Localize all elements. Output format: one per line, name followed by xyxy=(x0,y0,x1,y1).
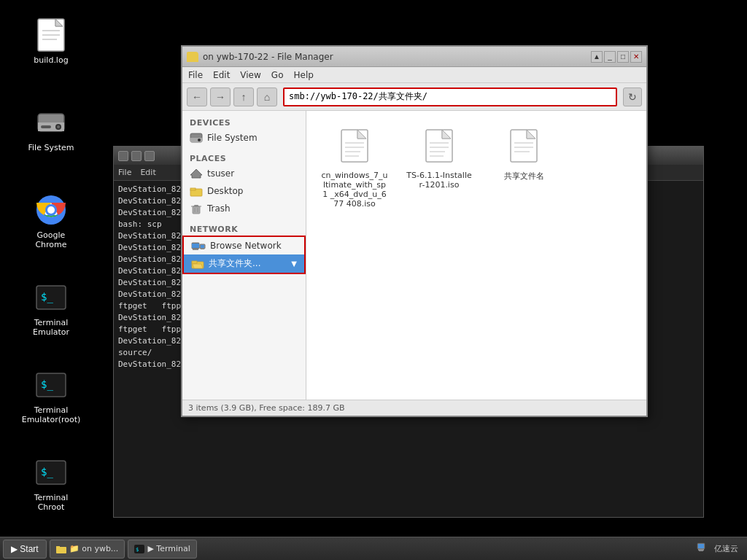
fm-address-bar[interactable]: smb://ywb-170-22/共享文件夹/ xyxy=(283,88,617,106)
fm-menubar: File Edit View Go Help xyxy=(182,67,646,83)
sidebar-item-smb-share[interactable]: 共享文件夹... ▼ xyxy=(184,254,304,273)
fm-close-btn[interactable]: ✕ xyxy=(630,51,642,63)
trash-icon xyxy=(190,203,203,214)
svg-text:$_: $_ xyxy=(41,466,53,478)
fm-file-item-3[interactable]: 共享文件名 xyxy=(487,122,560,211)
taskbar-tray: 亿速云 xyxy=(691,542,744,555)
svg-rect-33 xyxy=(192,244,199,248)
svg-rect-64 xyxy=(698,544,704,548)
fm-content: cn_windows_7_u ltimate_with_sp1 _x64_dvd… xyxy=(306,111,646,400)
fm-sidebar: DEVICES File System PLACES xyxy=(182,111,306,400)
harddrive-icon xyxy=(34,105,69,140)
fm-statusbar: 3 items (3.9 GB), Free space: 189.7 GB xyxy=(182,400,646,416)
fm-file-icon-2 xyxy=(422,125,457,166)
svg-rect-52 xyxy=(511,130,537,162)
fm-menu-view[interactable]: View xyxy=(240,70,260,80)
fm-back-btn[interactable]: ← xyxy=(187,88,207,106)
chrome-icon xyxy=(34,192,69,228)
terminal-icon: $_ xyxy=(34,280,69,315)
desktop-icon-terminal-chroot[interactable]: $_ Terminal Chroot xyxy=(22,452,80,515)
svg-rect-63 xyxy=(699,551,703,551)
terminal-bg-menu-edit[interactable]: Edit xyxy=(140,168,155,177)
taskbar-item-fm-label: 📁 on ywb... xyxy=(69,544,119,553)
fm-refresh-btn[interactable]: ↻ xyxy=(623,88,642,106)
harddrive-sm-icon xyxy=(190,132,203,144)
sidebar-item-filesystem[interactable]: File System xyxy=(182,129,306,147)
svg-text:$_: $_ xyxy=(41,291,53,303)
sidebar-item-desktop-label: Desktop xyxy=(207,186,244,196)
fm-file-icon-1 xyxy=(337,125,372,166)
svg-text:$_: $_ xyxy=(41,378,53,391)
taskbar-item-fm[interactable]: 📁 on ywb... xyxy=(50,540,125,559)
sidebar-item-tsuser[interactable]: tsuser xyxy=(182,165,306,182)
terminal-bg-close-btn[interactable] xyxy=(118,151,128,161)
svg-marker-39 xyxy=(193,264,203,268)
fm-sidebar-places-section: PLACES tsuser Desktop xyxy=(182,152,306,217)
svg-point-8 xyxy=(57,125,60,128)
taskbar-start-btn[interactable]: ▶ Start xyxy=(3,540,47,559)
svg-rect-35 xyxy=(201,249,204,249)
taskbar-folder-icon xyxy=(56,545,66,553)
terminal-bg-max-btn[interactable] xyxy=(144,151,155,161)
svg-rect-9 xyxy=(41,125,51,128)
sidebar-item-filesystem-label: File System xyxy=(207,133,258,143)
terminal-bg-min-btn[interactable] xyxy=(131,151,142,161)
fm-body: DEVICES File System PLACES xyxy=(182,111,646,400)
fm-up-dir-btn[interactable]: ↑ xyxy=(233,88,254,106)
fm-maximize-btn[interactable]: □ xyxy=(617,51,629,63)
svg-rect-26 xyxy=(193,206,200,214)
network-icon xyxy=(191,240,206,252)
fm-file-item-1[interactable]: cn_windows_7_u ltimate_with_sp1 _x64_dvd… xyxy=(318,122,391,211)
fm-sidebar-devices-header: DEVICES xyxy=(182,117,306,129)
fm-titlebar: on ywb-170-22 - File Manager ▲ _ □ ✕ xyxy=(182,47,646,67)
fm-file-item-2[interactable]: TS-6.1.1-Installer-1201.iso xyxy=(403,122,476,211)
sidebar-item-trash[interactable]: Trash xyxy=(182,200,306,217)
fm-sidebar-network-section: NETWORK Browse Netw xyxy=(182,223,306,274)
svg-rect-25 xyxy=(190,188,196,190)
terminal-root-icon: $_ xyxy=(34,368,69,402)
desktop-icon-build-log[interactable]: build.log xyxy=(22,15,80,68)
terminal-chroot-icon: $_ xyxy=(34,455,69,490)
fm-network-highlight-box: Browse Network 共享文件夹... ▼ xyxy=(182,236,306,274)
terminal-bg-menu-file[interactable]: File xyxy=(118,168,131,177)
desktop-icon-google-chrome-label: Google Chrome xyxy=(25,230,77,249)
smb-share-scroll-btn[interactable]: ▼ xyxy=(291,260,297,268)
fm-menu-edit[interactable]: Edit xyxy=(213,70,230,80)
fm-menu-go[interactable]: Go xyxy=(271,70,284,80)
fm-sidebar-places-header: PLACES xyxy=(182,152,306,165)
svg-rect-58 xyxy=(56,546,60,548)
sidebar-item-browse-network[interactable]: Browse Network xyxy=(184,237,304,254)
fm-statusbar-text: 3 items (3.9 GB), Free space: 189.7 GB xyxy=(188,403,345,413)
desktop-icon-terminal-chroot-label: Terminal Chroot xyxy=(25,493,77,512)
fm-minimize-btn[interactable]: _ xyxy=(604,51,616,63)
taskbar-terminal-icon: $ xyxy=(134,545,144,553)
desktop-icon-terminal-emulator-root[interactable]: $_ Terminal Emulator(root) xyxy=(22,365,80,427)
desktop-icon-file-system-label: File System xyxy=(28,143,74,152)
desktop: build.log File System xyxy=(0,0,747,560)
fm-forward-btn[interactable]: → xyxy=(210,88,231,106)
sidebar-item-smb-share-label: 共享文件夹... xyxy=(209,257,260,270)
svg-rect-32 xyxy=(193,249,198,250)
fm-menu-help[interactable]: Help xyxy=(293,70,313,80)
file-icon xyxy=(34,18,69,52)
desktop-icon-google-chrome[interactable]: Google Chrome xyxy=(22,190,80,252)
taskbar: ▶ Start 📁 on ywb... $ ▶ Terminal xyxy=(0,537,747,560)
fm-home-btn[interactable]: ⌂ xyxy=(257,88,277,106)
svg-rect-38 xyxy=(192,261,197,263)
fm-file-label-3: 共享文件名 xyxy=(504,171,544,182)
folder-open-icon xyxy=(191,258,204,270)
svg-text:$: $ xyxy=(136,547,139,553)
taskbar-item-terminal[interactable]: $ ▶ Terminal xyxy=(128,540,196,559)
taskbar-start-label: ▶ Start xyxy=(11,544,39,554)
desktop-folder-icon xyxy=(190,185,203,197)
sidebar-item-trash-label: Trash xyxy=(207,203,231,214)
svg-rect-36 xyxy=(201,245,204,248)
svg-rect-62 xyxy=(698,549,704,551)
fm-menu-file[interactable]: File xyxy=(188,70,203,80)
fm-up-btn[interactable]: ▲ xyxy=(591,51,603,63)
fm-folder-icon xyxy=(187,52,198,62)
desktop-icon-terminal-emulator[interactable]: $_ Terminal Emulator xyxy=(22,277,80,340)
sidebar-item-desktop[interactable]: Desktop xyxy=(182,182,306,200)
svg-rect-40 xyxy=(341,130,368,162)
desktop-icon-file-system[interactable]: File System xyxy=(22,102,80,155)
